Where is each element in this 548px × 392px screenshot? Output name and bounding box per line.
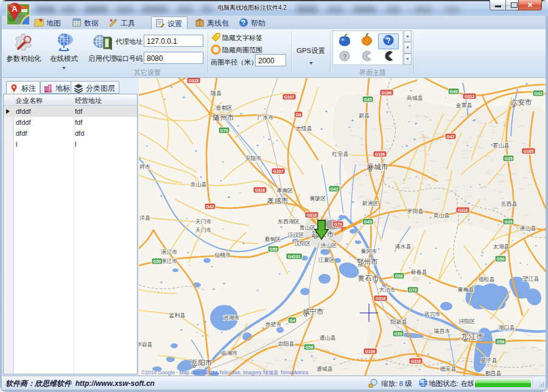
svg-text:A: A: [12, 4, 18, 13]
svg-text:?: ?: [386, 37, 390, 45]
svg-text:?: ?: [343, 53, 347, 60]
svg-text:黄梅县: 黄梅县: [458, 287, 474, 293]
svg-text:都昌县: 都昌县: [485, 370, 502, 376]
svg-text:G70: G70: [220, 128, 228, 133]
svg-text:汉阳区: 汉阳区: [295, 240, 311, 247]
svg-text:G45: G45: [364, 97, 372, 102]
svg-text:金寨县: 金寨县: [456, 102, 472, 108]
svg-text:G42: G42: [331, 187, 339, 191]
svg-text:G316: G316: [411, 359, 421, 363]
svg-text:红安县: 红安县: [332, 151, 349, 157]
svg-text:G56: G56: [306, 345, 314, 349]
svg-text:G50: G50: [270, 247, 278, 251]
svg-text:蔡甸区: 蔡甸区: [265, 236, 281, 242]
svg-text:G50: G50: [395, 274, 403, 278]
svg-text:潜山县: 潜山县: [520, 225, 536, 231]
svg-text:G45: G45: [364, 220, 372, 224]
svg-text:©2014 Google - Map data ©2014: ©2014 Google - Map data ©2014 TeleAtlas,…: [141, 369, 309, 376]
svg-text:G42: G42: [535, 91, 543, 96]
svg-text:大冶市: 大冶市: [379, 287, 396, 293]
svg-text:随县: 随县: [211, 90, 222, 96]
svg-text:G40: G40: [450, 89, 458, 94]
svg-text:京山县: 京山县: [191, 181, 207, 187]
svg-text:G318: G318: [189, 79, 199, 83]
svg-text:G107: G107: [273, 169, 284, 173]
svg-text:G106: G106: [382, 91, 392, 95]
svg-text:G42: G42: [447, 135, 455, 139]
svg-text:G35: G35: [505, 220, 513, 224]
svg-text:瑞昌市: 瑞昌市: [434, 328, 451, 334]
svg-text:祥市: 祥市: [139, 164, 150, 170]
svg-text:G318: G318: [458, 208, 468, 212]
svg-text:通城县: 通城县: [317, 366, 333, 372]
svg-text:孝南区: 孝南区: [277, 187, 293, 194]
svg-text:G318: G318: [307, 213, 317, 217]
svg-text:G4201: G4201: [288, 254, 301, 259]
svg-text:潜江市: 潜江市: [161, 258, 178, 264]
svg-text:商城县: 商城县: [407, 95, 423, 101]
svg-text:太湖县: 太湖县: [493, 243, 510, 250]
svg-text:G56: G56: [497, 340, 505, 344]
svg-text:G105: G105: [524, 149, 534, 153]
svg-text:G70: G70: [409, 288, 417, 292]
svg-text:广水市: 广水市: [258, 114, 274, 121]
svg-text:宿松县: 宿松县: [479, 276, 495, 282]
svg-text:G106: G106: [365, 349, 376, 354]
svg-text:G70: G70: [334, 222, 342, 226]
svg-text:G50: G50: [395, 332, 402, 336]
svg-text:G4: G4: [295, 113, 301, 117]
svg-text:英山县: 英山县: [434, 212, 450, 219]
svg-text:望江县: 望江县: [523, 276, 539, 282]
svg-text:?: ?: [242, 19, 245, 26]
svg-text:东西湖区: 东西湖区: [277, 219, 300, 225]
svg-text:G50: G50: [497, 257, 505, 261]
svg-text:洪湖市: 洪湖市: [223, 315, 240, 321]
svg-text:G35: G35: [505, 156, 513, 161]
svg-text:霍山县: 霍山县: [493, 142, 510, 149]
svg-text:天门市: 天门市: [195, 219, 212, 225]
svg-text:仙桃市: 仙桃市: [214, 252, 231, 258]
svg-text:通山县: 通山县: [320, 335, 336, 341]
svg-text:罗田县: 罗田县: [407, 208, 424, 214]
svg-text:华容县: 华容县: [139, 341, 153, 348]
svg-text:G107: G107: [284, 95, 295, 99]
svg-text:洪山区: 洪山区: [321, 242, 337, 248]
svg-text:崇阳县: 崇阳县: [278, 341, 295, 347]
svg-text:天门市: 天门市: [195, 227, 212, 233]
svg-text:黄冈市: 黄冈市: [361, 248, 378, 254]
svg-text:江夏区: 江夏区: [318, 257, 335, 263]
svg-text:安陆市: 安陆市: [245, 155, 262, 161]
svg-text:潜江市: 潜江市: [161, 249, 178, 255]
svg-text:新洲区: 新洲区: [362, 200, 379, 206]
svg-text:G4: G4: [289, 318, 295, 323]
svg-text:曾都区: 曾都区: [216, 105, 233, 111]
svg-text:青山区: 青山区: [300, 225, 316, 231]
svg-text:江汉区: 江汉区: [288, 232, 304, 238]
svg-text:G312: G312: [465, 94, 475, 99]
svg-text:岳西县: 岳西县: [501, 201, 518, 207]
svg-text:G50: G50: [153, 259, 161, 264]
svg-text:临湘市: 临湘市: [222, 350, 238, 356]
svg-text:赤壁市: 赤壁市: [265, 321, 282, 327]
svg-text:德安县: 德安县: [440, 366, 457, 372]
svg-text:大悟县: 大悟县: [296, 125, 312, 131]
svg-text:G106: G106: [375, 152, 385, 156]
svg-text:孝感市: 孝感市: [267, 197, 289, 205]
svg-text:蕲春县: 蕲春县: [411, 269, 427, 275]
svg-text:新县: 新县: [359, 113, 370, 119]
svg-text:武穴市: 武穴市: [424, 311, 441, 317]
svg-text:浔阳区: 浔阳区: [458, 318, 476, 324]
svg-text:G42: G42: [206, 205, 214, 209]
svg-text:阳新县: 阳新县: [391, 319, 407, 325]
svg-text:黄陂区: 黄陂区: [310, 195, 326, 201]
svg-text:G316: G316: [376, 296, 386, 301]
svg-text:监利县: 监利县: [169, 312, 186, 318]
svg-text:浠水县: 浠水县: [395, 243, 412, 250]
svg-text:湖口县: 湖口县: [499, 324, 515, 331]
svg-text:星子县: 星子县: [480, 357, 497, 363]
svg-text:洋县: 洋县: [139, 215, 150, 221]
svg-text:G316: G316: [255, 188, 265, 192]
